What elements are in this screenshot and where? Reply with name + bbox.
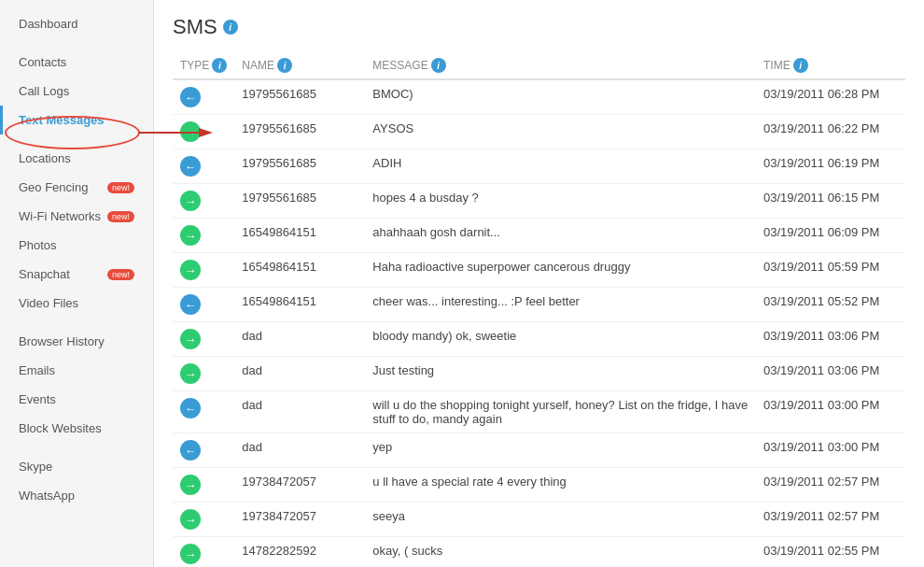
main-content: SMS i TYPE i NAME i xyxy=(154,0,924,567)
cell-type: → xyxy=(173,115,234,149)
sidebar-item-label: Browser History xyxy=(19,334,105,348)
cell-name: 19795561685 xyxy=(234,79,365,115)
sidebar-item-emails[interactable]: Emails xyxy=(0,356,153,385)
badge-new: new! xyxy=(107,269,134,280)
th-time-label: TIME xyxy=(763,59,791,72)
sidebar-item-text-messages[interactable]: Text Messages xyxy=(0,106,153,135)
cell-message: ADIH xyxy=(365,149,756,184)
cell-name: 19738472057 xyxy=(234,503,365,537)
cell-message: cheer was... interesting... :P feel bett… xyxy=(365,288,756,322)
incoming-icon: ← xyxy=(180,294,201,315)
sidebar: DashboardContactsCall LogsText MessagesL… xyxy=(0,0,154,567)
cell-time: 03/19/2011 03:06 PM xyxy=(756,357,905,391)
sidebar-item-skype[interactable]: Skype xyxy=(0,452,153,481)
cell-time: 03/19/2011 03:00 PM xyxy=(756,391,905,433)
cell-name: dad xyxy=(234,357,365,391)
page-title-row: SMS i xyxy=(173,15,905,39)
cell-time: 03/19/2011 02:55 PM xyxy=(756,537,905,568)
badge-new: new! xyxy=(107,211,134,222)
sidebar-item-contacts[interactable]: Contacts xyxy=(0,48,153,77)
type-info-icon[interactable]: i xyxy=(212,58,227,73)
outgoing-icon: → xyxy=(180,260,201,280)
cell-name: 19795561685 xyxy=(234,115,365,149)
badge-new: new! xyxy=(107,182,134,193)
outgoing-icon: → xyxy=(180,121,201,142)
sidebar-item-label: Text Messages xyxy=(19,113,105,127)
cell-time: 03/19/2011 06:09 PM xyxy=(756,219,905,253)
th-name-label: NAME xyxy=(242,59,274,72)
sidebar-item-label: Call Logs xyxy=(19,84,69,98)
table-row: →dadbloody mandy) ok, sweetie03/19/2011 … xyxy=(173,322,905,357)
time-info-icon[interactable]: i xyxy=(793,58,808,73)
sidebar-item-events[interactable]: Events xyxy=(0,385,153,414)
cell-type: → xyxy=(173,322,234,357)
incoming-icon: ← xyxy=(180,398,201,418)
name-info-icon[interactable]: i xyxy=(277,58,292,73)
sidebar-item-label: Block Websites xyxy=(19,421,102,435)
cell-message: hopes 4 a busday ? xyxy=(365,184,756,219)
cell-type: ← xyxy=(173,433,234,468)
cell-time: 03/19/2011 06:15 PM xyxy=(756,184,905,219)
cell-name: 19795561685 xyxy=(234,184,365,219)
cell-message: ahahhaah gosh darnit... xyxy=(365,219,756,253)
cell-type: ← xyxy=(173,391,234,433)
sidebar-item-block-websites[interactable]: Block Websites xyxy=(0,414,153,443)
cell-type: → xyxy=(173,219,234,253)
th-message-label: MESSAGE xyxy=(372,59,427,72)
sms-info-icon[interactable]: i xyxy=(223,20,238,35)
incoming-icon: ← xyxy=(180,156,201,177)
table-row: →16549864151Haha radioactive superpower … xyxy=(173,253,905,288)
cell-time: 03/19/2011 06:22 PM xyxy=(756,115,905,149)
cell-name: 16549864151 xyxy=(234,219,365,253)
cell-name: dad xyxy=(234,433,365,468)
sidebar-item-browser-history[interactable]: Browser History xyxy=(0,327,153,356)
cell-name: dad xyxy=(234,322,365,357)
cell-time: 03/19/2011 05:52 PM xyxy=(756,288,905,322)
sidebar-item-video-files[interactable]: Video Files xyxy=(0,289,153,318)
sidebar-item-photos[interactable]: Photos xyxy=(0,231,153,260)
cell-type: ← xyxy=(173,288,234,322)
sidebar-item-label: Locations xyxy=(19,151,71,165)
sidebar-item-label: WhatsApp xyxy=(19,489,75,503)
sidebar-item-geo-fencing[interactable]: Geo Fencingnew! xyxy=(0,173,153,202)
cell-message: Haha radioactive superpower cancerous dr… xyxy=(365,253,756,288)
sidebar-item-label: Snapchat xyxy=(19,267,70,281)
table-row: ←16549864151cheer was... interesting... … xyxy=(173,288,905,322)
th-message: MESSAGE i xyxy=(365,52,756,79)
cell-type: → xyxy=(173,468,234,503)
th-name: NAME i xyxy=(234,52,365,79)
cell-message: bloody mandy) ok, sweetie xyxy=(365,322,756,357)
cell-message: yep xyxy=(365,433,756,468)
sidebar-item-label: Emails xyxy=(19,363,55,377)
sms-table: TYPE i NAME i MESSAGE i xyxy=(173,52,905,567)
sidebar-item-snapchat[interactable]: Snapchatnew! xyxy=(0,260,153,289)
message-info-icon[interactable]: i xyxy=(431,58,446,73)
sidebar-item-label: Geo Fencing xyxy=(19,180,88,194)
cell-time: 03/19/2011 05:59 PM xyxy=(756,253,905,288)
sidebar-item-label: Skype xyxy=(19,460,52,474)
outgoing-icon: → xyxy=(180,329,201,349)
header-row: TYPE i NAME i MESSAGE i xyxy=(173,52,905,79)
sidebar-item-dashboard[interactable]: Dashboard xyxy=(0,9,153,38)
sidebar-item-wifi-networks[interactable]: Wi-Fi Networksnew! xyxy=(0,202,153,231)
cell-message: will u do the shopping tonight yurself, … xyxy=(365,391,756,433)
table-row: ←dadyep03/19/2011 03:00 PM xyxy=(173,433,905,468)
cell-name: 19795561685 xyxy=(234,149,365,184)
outgoing-icon: → xyxy=(180,363,201,384)
cell-time: 03/19/2011 02:57 PM xyxy=(756,468,905,503)
cell-time: 03/19/2011 06:19 PM xyxy=(756,149,905,184)
cell-message: seeya xyxy=(365,503,756,537)
cell-name: 19738472057 xyxy=(234,468,365,503)
cell-time: 03/19/2011 03:06 PM xyxy=(756,322,905,357)
cell-name: dad xyxy=(234,391,365,433)
th-time: TIME i xyxy=(756,52,905,79)
sidebar-item-locations[interactable]: Locations xyxy=(0,144,153,173)
th-type: TYPE i xyxy=(173,52,234,79)
table-header: TYPE i NAME i MESSAGE i xyxy=(173,52,905,79)
table-row: →dadJust testing03/19/2011 03:06 PM xyxy=(173,357,905,391)
sidebar-item-whatsapp[interactable]: WhatsApp xyxy=(0,481,153,510)
table-row: →19795561685hopes 4 a busday ?03/19/2011… xyxy=(173,184,905,219)
cell-message: u ll have a special rate 4 every thing xyxy=(365,468,756,503)
sidebar-item-call-logs[interactable]: Call Logs xyxy=(0,77,153,106)
cell-name: 16549864151 xyxy=(234,253,365,288)
